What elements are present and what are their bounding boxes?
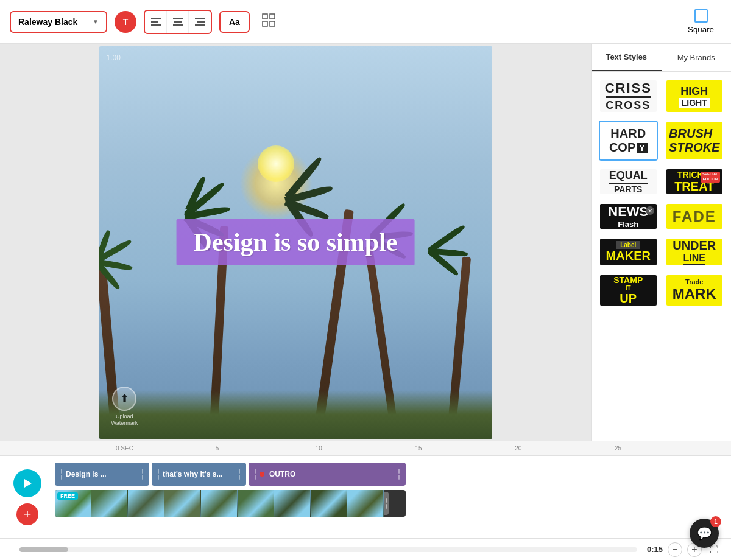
svg-rect-4 — [174, 21, 182, 23]
text-color-button[interactable]: T — [115, 11, 136, 33]
clip-that[interactable]: that's why it's s... — [152, 463, 246, 486]
align-group — [144, 10, 212, 34]
svg-rect-1 — [151, 21, 158, 23]
style-card-hard-copy[interactable]: HARD COP Y — [599, 121, 658, 161]
style-card-trademark[interactable]: NEW Trade MARK — [665, 274, 724, 307]
svg-rect-7 — [197, 21, 205, 23]
stamp-line2: IT — [626, 285, 631, 292]
svg-rect-10 — [270, 14, 275, 19]
free-badge: FREE — [57, 492, 78, 500]
timeline-area: 0 SEC 5 10 15 20 25 + Design is ... — [0, 441, 731, 538]
svg-rect-9 — [263, 14, 267, 19]
bottom-bar: 0:15 − + ⛶ — [0, 538, 731, 560]
chat-button[interactable]: 💬 1 — [690, 519, 719, 548]
style-card-stamp-it-up[interactable]: NEW STAMP IT UP — [599, 274, 658, 307]
chat-icon: 💬 — [697, 526, 712, 541]
style-card-news-flash[interactable]: NEW NEWS Flash ✕ — [599, 203, 658, 230]
ruler-20: 20 — [515, 445, 521, 452]
align-center-button[interactable] — [167, 11, 189, 33]
equal-parts-word2: PARTS — [614, 184, 642, 194]
zoom-out-button[interactable]: − — [668, 542, 682, 557]
tab-my-brands[interactable]: My Brands — [662, 44, 732, 71]
style-card-underline[interactable]: NEW UNDER LINE — [665, 237, 724, 267]
style-card-highlight[interactable]: HIGH LIGHT — [665, 79, 724, 113]
criss-cross-word1: CRISS — [605, 80, 652, 96]
add-button[interactable]: + — [16, 503, 38, 525]
brush-stroke-text: BRUSHSTROKE — [669, 127, 719, 155]
hard-copy-letter: Y — [637, 143, 647, 153]
svg-rect-11 — [263, 21, 267, 26]
hard-copy-word1: HARD — [610, 127, 646, 141]
style-card-equal-parts[interactable]: EQUAL PARTS — [599, 168, 658, 195]
font-selector[interactable]: Raleway Black ▼ — [10, 11, 107, 33]
clip-that-right-handle[interactable] — [238, 463, 241, 486]
clip-outro-right-handle[interactable] — [397, 463, 401, 486]
equal-parts-word1: EQUAL — [609, 169, 648, 184]
video-track-end-handle[interactable] — [384, 492, 389, 515]
video-thumbnails — [55, 490, 384, 517]
clip-outro[interactable]: OUTRO — [249, 463, 406, 486]
scrollbar-area[interactable] — [19, 547, 637, 552]
stamp-line1: STAMP — [613, 275, 643, 285]
clip-left-handle[interactable] — [60, 463, 63, 486]
clip-design[interactable]: Design is ... — [55, 463, 149, 486]
font-case-button[interactable]: Aa — [219, 11, 250, 33]
video-thumb-9 — [347, 490, 384, 517]
canvas-main-text: Design is so simple — [194, 228, 398, 256]
style-card-criss-cross[interactable]: CRISS CROSS — [599, 79, 658, 113]
style-card-brush-stroke[interactable]: NEW BRUSHSTROKE — [665, 121, 724, 161]
video-thumb-8 — [311, 490, 347, 517]
video-track[interactable]: FREE — [55, 490, 406, 517]
clip-outro-left-handle[interactable] — [253, 463, 257, 486]
align-left-button[interactable] — [145, 11, 167, 33]
label-maker-main: MAKER — [606, 249, 651, 263]
ruler-0sec: 0 SEC — [116, 445, 133, 452]
timeline-controls: + — [0, 456, 55, 538]
video-thumb-2 — [91, 490, 128, 517]
video-track-row: FREE — [55, 490, 731, 517]
clip-that-label: that's why it's s... — [163, 470, 222, 478]
style-card-label-maker[interactable]: NEW Label MAKER — [599, 237, 658, 267]
underline-word1: UNDER — [673, 239, 716, 253]
upload-icon: ⬆ — [112, 387, 136, 411]
timecode: 0:15 — [647, 545, 663, 554]
align-right-button[interactable] — [189, 11, 211, 33]
hard-copy-word2: COP — [609, 141, 635, 155]
square-label: Square — [688, 25, 714, 34]
canvas[interactable]: 1.00 Design is so simple ⬆ UploadWaterma… — [99, 46, 492, 439]
ruler-5: 5 — [216, 445, 219, 452]
clip-that-left-handle[interactable] — [157, 463, 160, 486]
play-button[interactable] — [13, 469, 41, 497]
tm-trade: Trade — [685, 278, 703, 285]
criss-cross-word2: CROSS — [606, 96, 651, 112]
fade-text: FADE — [673, 208, 716, 225]
svg-rect-5 — [173, 24, 183, 26]
video-thumb-6 — [238, 490, 274, 517]
scrollbar-thumb[interactable] — [19, 547, 68, 552]
right-panel: Text Styles My Brands CRISS CROSS HIGH L… — [591, 44, 731, 441]
style-card-trick-treat[interactable]: SPECIALEDITION TRICK or TREAT — [665, 168, 724, 195]
highlight-word2: LIGHT — [679, 98, 710, 108]
news-flash-close[interactable]: ✕ — [646, 206, 654, 215]
canvas-text-overlay[interactable]: Design is so simple — [177, 219, 415, 265]
tab-text-styles[interactable]: Text Styles — [592, 44, 662, 71]
style-card-fade[interactable]: FADE — [665, 203, 724, 230]
video-thumb-5 — [201, 490, 238, 517]
ruler-25: 25 — [615, 445, 621, 452]
square-button[interactable]: Square — [680, 4, 721, 39]
clip-outro-label: OUTRO — [269, 470, 295, 478]
square-icon — [694, 9, 708, 23]
clip-right-handle[interactable] — [141, 463, 144, 486]
timeline-ruler: 0 SEC 5 10 15 20 25 — [0, 441, 731, 456]
video-thumb-4 — [164, 490, 201, 517]
svg-marker-13 — [24, 479, 32, 488]
video-thumb-3 — [128, 490, 164, 517]
svg-rect-6 — [195, 18, 205, 19]
stamp-line3: UP — [620, 292, 637, 306]
chevron-down-icon: ▼ — [93, 18, 99, 25]
svg-rect-8 — [195, 24, 205, 26]
grid-button[interactable] — [257, 9, 280, 35]
ruler-10: 10 — [316, 445, 322, 452]
upload-watermark-button[interactable]: ⬆ UploadWatermark — [111, 387, 138, 427]
toolbar: Raleway Black ▼ T Aa Square — [0, 0, 731, 44]
